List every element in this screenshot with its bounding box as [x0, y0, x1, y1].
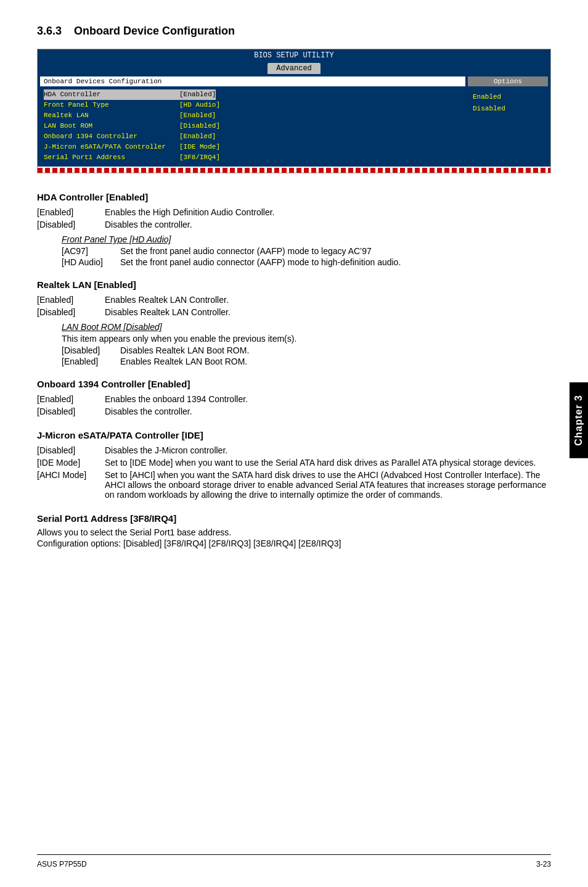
table-row: [IDE Mode] Set to [IDE Mode] when you wa…	[37, 456, 551, 469]
key-disabled: [Disabled]	[37, 405, 105, 418]
desc-disabled: Disables Realtek LAN Controller.	[105, 306, 551, 318]
sub-front-panel: Front Panel Type [HD Audio] [AC97] Set t…	[62, 234, 551, 267]
desc-ahci-mode: Set to [AHCI] when you want the SATA har…	[105, 469, 551, 501]
table-row: [Disabled] Disables the controller.	[37, 218, 551, 231]
footer-right: 3-23	[536, 860, 551, 868]
sub-title-lan-boot-rom: LAN Boot ROM [Disabled]	[62, 322, 551, 332]
table-row: [Disabled] Disables Realtek LAN Controll…	[37, 306, 551, 318]
bios-item-front-panel[interactable]: Front Panel Type [HD Audio]	[44, 100, 462, 110]
page-title: 3.6.3 Onboard Device Configuration	[37, 25, 551, 38]
sub-note-lan: This item appears only when you enable t…	[62, 334, 551, 344]
desc-enabled: Enables the High Definition Audio Contro…	[105, 206, 551, 218]
section-number: 3.6.3	[37, 25, 62, 37]
table-row: [AHCI Mode] Set to [AHCI] when you want …	[37, 469, 551, 501]
table-row: [Enabled] Enables the High Definition Au…	[37, 206, 551, 218]
bios-tab-advanced[interactable]: Advanced	[267, 63, 321, 74]
desc-enabled: Enables the onboard 1394 Controller.	[105, 393, 551, 405]
bios-item-hda[interactable]: HDA Controller [Enabled]	[44, 89, 462, 100]
footer-left: ASUS P7P55D	[37, 860, 87, 868]
key-disabled: [Disabled]	[37, 218, 105, 231]
section-realtek: Realtek LAN [Enabled] [Enabled] Enables …	[37, 279, 551, 366]
sub-item-row: [AC97] Set the front panel audio connect…	[62, 246, 551, 256]
heading-jmicron: J-Micron eSATA/PATA Controller [IDE]	[37, 430, 551, 440]
table-hda: [Enabled] Enables the High Definition Au…	[37, 206, 551, 231]
bios-options-values: Enabled Disabled	[468, 90, 548, 115]
table-onboard1394: [Enabled] Enables the onboard 1394 Contr…	[37, 393, 551, 418]
key-enabled: [Enabled]	[37, 294, 105, 306]
desc-disabled: Disables the controller.	[105, 218, 551, 231]
bios-item-realtek-lan[interactable]: Realtek LAN [Enabled]	[44, 110, 462, 121]
key-ide-mode: [IDE Mode]	[37, 456, 105, 469]
bios-item-lan-boot-rom[interactable]: LAN Boot ROM [Disabled]	[44, 121, 462, 131]
bios-body: Onboard Devices Configuration HDA Contro…	[38, 74, 550, 167]
chapter-tab: Chapter 3	[570, 382, 588, 458]
bios-items: HDA Controller [Enabled] Front Panel Typ…	[40, 88, 465, 164]
bios-option-enabled[interactable]: Enabled	[473, 91, 543, 103]
bios-item-onboard1394[interactable]: Onboard 1394 Controller [Enabled]	[44, 131, 462, 142]
sub-key-disabled: [Disabled]	[62, 345, 120, 355]
key-enabled: [Enabled]	[37, 206, 105, 218]
desc-disabled: Disables the controller.	[105, 405, 551, 418]
sub-lan-boot-rom: LAN Boot ROM [Disabled] This item appear…	[62, 322, 551, 366]
heading-hda: HDA Controller [Enabled]	[37, 192, 551, 202]
bios-sidebar: Options Enabled Disabled	[468, 76, 548, 164]
bios-options-label: Options	[468, 76, 548, 86]
table-row: [Disabled] Disables the controller.	[37, 405, 551, 418]
sub-item-row: [HD Audio] Set the front panel audio con…	[62, 257, 551, 267]
heading-serialport: Serial Port1 Address [3F8/IRQ4]	[37, 513, 551, 524]
footer: ASUS P7P55D 3-23	[37, 854, 551, 868]
sub-key-hdaudio: [HD Audio]	[62, 257, 120, 267]
desc-ide-mode: Set to [IDE Mode] when you want to use t…	[105, 456, 551, 469]
sub-item-row: [Enabled] Enables Realtek LAN Boot ROM.	[62, 357, 551, 366]
serialport-desc: Allows you to select the Serial Port1 ba…	[37, 527, 551, 537]
section-hda: HDA Controller [Enabled] [Enabled] Enabl…	[37, 192, 551, 267]
sub-title-front-panel: Front Panel Type [HD Audio]	[62, 234, 551, 244]
bios-main-panel: Onboard Devices Configuration HDA Contro…	[40, 76, 465, 164]
key-enabled: [Enabled]	[37, 393, 105, 405]
table-row: [Disabled] Disables the J-Micron control…	[37, 444, 551, 456]
table-realtek: [Enabled] Enables Realtek LAN Controller…	[37, 294, 551, 318]
section-jmicron: J-Micron eSATA/PATA Controller [IDE] [Di…	[37, 430, 551, 501]
bios-section-label: Onboard Devices Configuration	[40, 76, 465, 86]
section-onboard1394: Onboard 1394 Controller [Enabled] [Enabl…	[37, 379, 551, 418]
serialport-config-options: Configuration options: [Disabled] [3F8/I…	[37, 538, 551, 548]
bios-item-jmicron[interactable]: J-Micron eSATA/PATA Controller [IDE Mode…	[44, 142, 462, 152]
bios-header: BIOS SETUP UTILITY	[38, 49, 550, 62]
sub-desc-enabled: Enables Realtek LAN Boot ROM.	[120, 357, 247, 366]
sub-desc-ac97: Set the front panel audio connector (AAF…	[120, 246, 372, 256]
heading-onboard1394: Onboard 1394 Controller [Enabled]	[37, 379, 551, 389]
key-disabled: [Disabled]	[37, 306, 105, 318]
table-row: [Enabled] Enables Realtek LAN Controller…	[37, 294, 551, 306]
sub-item-row: [Disabled] Disables Realtek LAN Boot ROM…	[62, 345, 551, 355]
sub-desc-disabled: Disables Realtek LAN Boot ROM.	[120, 345, 249, 355]
table-jmicron: [Disabled] Disables the J-Micron control…	[37, 444, 551, 501]
desc-disabled: Disables the J-Micron controller.	[105, 444, 551, 456]
table-row: [Enabled] Enables the onboard 1394 Contr…	[37, 393, 551, 405]
key-disabled: [Disabled]	[37, 444, 105, 456]
desc-enabled: Enables Realtek LAN Controller.	[105, 294, 551, 306]
heading-realtek: Realtek LAN [Enabled]	[37, 279, 551, 290]
bios-setup-box: BIOS SETUP UTILITY Advanced Onboard Devi…	[37, 49, 551, 173]
bios-dashes	[38, 168, 550, 173]
section-title-text: Onboard Device Configuration	[74, 25, 235, 37]
sub-key-ac97: [AC97]	[62, 246, 120, 256]
bios-item-serial-port1[interactable]: Serial Port1 Address [3F8/IRQ4]	[44, 152, 462, 163]
section-serialport: Serial Port1 Address [3F8/IRQ4] Allows y…	[37, 513, 551, 548]
sub-desc-hdaudio: Set the front panel audio connector (AAF…	[120, 257, 401, 267]
bios-tab-row: Advanced	[38, 62, 550, 74]
key-ahci-mode: [AHCI Mode]	[37, 469, 105, 501]
bios-option-disabled[interactable]: Disabled	[473, 103, 543, 115]
sub-key-enabled: [Enabled]	[62, 357, 120, 366]
